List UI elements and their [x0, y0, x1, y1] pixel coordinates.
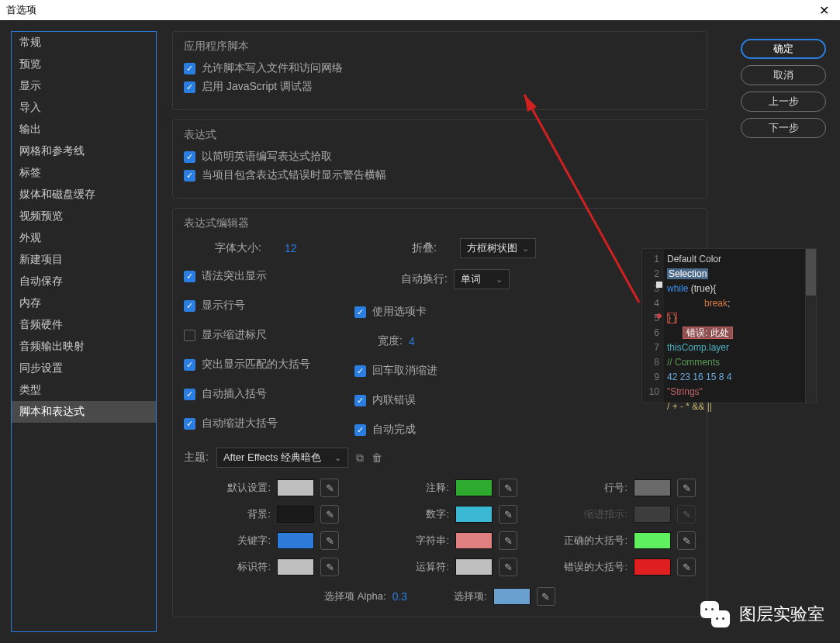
next-button[interactable]: 下一步	[741, 118, 826, 138]
label-allow-write: 允许脚本写入文件和访问网络	[202, 61, 343, 75]
checkbox-show-warning[interactable]	[184, 170, 195, 181]
fold-select[interactable]: 方框树状图	[460, 238, 536, 258]
swatch-string[interactable]	[455, 532, 493, 549]
chk-highlight-brace[interactable]	[184, 359, 195, 371]
swatch-number[interactable]	[455, 506, 493, 523]
eyedropper-icon[interactable]: ✎	[677, 558, 696, 576]
color-row-indent: 缩进指示:✎	[541, 505, 696, 524]
sidebar-item[interactable]: 外观	[12, 227, 156, 249]
swatch-correct_brace[interactable]	[634, 532, 671, 549]
chk-indent-ruler[interactable]	[184, 330, 195, 341]
chk-autocomplete[interactable]	[354, 424, 366, 436]
sidebar-item[interactable]: 预览	[12, 54, 156, 75]
theme-select[interactable]: After Effects 经典暗色	[216, 448, 348, 468]
sidebar-item[interactable]: 标签	[12, 162, 156, 184]
section-editor: 表达式编辑器 字体大小: 12 折叠: 方框树状图 语法突出显示 显示行号 显示…	[172, 208, 707, 617]
wrap-label: 自动换行:	[401, 272, 448, 286]
sidebar-item[interactable]: 内存	[12, 292, 156, 314]
color-label: 标识符:	[237, 560, 271, 574]
eyedropper-icon[interactable]: ✎	[677, 531, 696, 550]
color-row-string: 字符串:✎	[362, 531, 517, 550]
eyedropper-icon[interactable]: ✎	[499, 479, 517, 497]
titlebar: 首选项 ✕	[0, 0, 840, 20]
checkbox-allow-write[interactable]	[184, 63, 195, 74]
eyedropper-icon[interactable]: ✎	[320, 479, 339, 497]
sidebar-item[interactable]: 音频输出映射	[12, 336, 156, 358]
alpha-value[interactable]: 0.3	[392, 590, 407, 603]
watermark: 图层实验室	[700, 601, 824, 627]
checkbox-enable-debugger[interactable]	[184, 81, 195, 93]
section-expression: 表达式 以简明英语编写表达式拾取 当项目包含表达式错误时显示警告横幅	[172, 119, 707, 199]
eyedropper-icon[interactable]: ✎	[499, 505, 517, 524]
sidebar-item[interactable]: 同步设置	[12, 358, 156, 379]
eyedropper-icon: ✎	[677, 505, 696, 524]
sidebar-item[interactable]: 脚本和表达式	[12, 401, 156, 423]
eyedropper-icon[interactable]: ✎	[320, 531, 339, 550]
chk-use-tabs[interactable]	[354, 306, 366, 318]
sidebar-item[interactable]: 新建项目	[12, 249, 156, 271]
copy-icon[interactable]: ⧉	[356, 451, 364, 465]
chk-enter-unindent[interactable]	[354, 365, 366, 377]
swatch-identifier[interactable]	[277, 558, 314, 576]
line-gutter: 12345678910	[642, 249, 664, 403]
width-label: 宽度:	[378, 334, 403, 348]
wrap-select[interactable]: 单词	[454, 269, 510, 289]
font-size-label: 字体大小:	[184, 241, 261, 255]
section-title: 应用程序脚本	[184, 40, 696, 54]
chk-syntax[interactable]	[184, 271, 195, 282]
eyedropper-icon[interactable]: ✎	[499, 531, 517, 550]
label-enable-debugger: 启用 JavaScript 调试器	[202, 80, 313, 94]
width-value[interactable]: 4	[409, 335, 415, 347]
sidebar-item[interactable]: 输出	[12, 119, 156, 140]
swatch-lineno[interactable]	[634, 479, 671, 496]
color-label: 背景:	[247, 507, 271, 521]
window-title: 首选项	[6, 3, 36, 17]
chk-auto-insert[interactable]	[184, 389, 195, 400]
sidebar-item[interactable]: 导入	[12, 97, 156, 119]
trash-icon[interactable]: 🗑	[372, 451, 382, 464]
swatch-indent	[634, 506, 671, 523]
close-icon[interactable]: ✕	[814, 3, 834, 18]
sidebar-item[interactable]: 常规	[12, 32, 156, 54]
sidebar-item[interactable]: 媒体和磁盘缓存	[12, 184, 156, 206]
eyedropper-icon[interactable]: ✎	[499, 558, 517, 576]
sidebar-item[interactable]: 音频硬件	[12, 314, 156, 336]
swatch-default[interactable]	[277, 479, 314, 496]
color-label: 数字:	[426, 507, 449, 521]
code-body: ◆ Default Color Selection while (true){ …	[664, 249, 805, 403]
sidebar-item[interactable]: 自动保存	[12, 271, 156, 292]
swatch-operator[interactable]	[455, 558, 493, 576]
swatch-background[interactable]	[277, 506, 314, 523]
section-app-script: 应用程序脚本 允许脚本写入文件和访问网络 启用 JavaScript 调试器	[172, 31, 707, 110]
chk-inline-err[interactable]	[354, 395, 366, 406]
color-row-identifier: 标识符:✎	[184, 558, 339, 576]
content: 应用程序脚本 允许脚本写入文件和访问网络 启用 JavaScript 调试器 表…	[157, 20, 840, 643]
sidebar-item[interactable]: 类型	[12, 379, 156, 401]
chk-auto-indent[interactable]	[184, 418, 195, 430]
eyedropper-icon[interactable]: ✎	[320, 558, 339, 576]
swatch-selection[interactable]	[493, 588, 531, 605]
swatch-comment[interactable]	[455, 479, 493, 496]
checkbox-plain-english[interactable]	[184, 151, 195, 163]
color-row-default: 默认设置:✎	[184, 479, 339, 497]
color-row-number: 数字:✎	[362, 505, 517, 524]
cancel-button[interactable]: 取消	[741, 65, 826, 85]
prev-button[interactable]: 上一步	[741, 92, 826, 112]
ok-button[interactable]: 确定	[741, 39, 826, 59]
scrollbar[interactable]	[805, 249, 816, 403]
color-label: 默认设置:	[227, 481, 271, 495]
font-size-value[interactable]: 12	[285, 242, 297, 254]
color-label: 正确的大括号:	[564, 534, 627, 548]
sidebar-item[interactable]: 视频预览	[12, 206, 156, 227]
color-row-operator: 运算符:✎	[362, 558, 517, 576]
eyedropper-icon[interactable]: ✎	[320, 505, 339, 524]
eyedropper-icon[interactable]: ✎	[537, 587, 555, 606]
sidebar-item[interactable]: 显示	[12, 75, 156, 97]
swatch-keyword[interactable]	[277, 532, 314, 549]
color-label: 错误的大括号:	[564, 560, 627, 574]
swatch-error_brace[interactable]	[634, 558, 671, 576]
chk-lineno[interactable]	[184, 300, 195, 312]
sidebar-item[interactable]: 网格和参考线	[12, 140, 156, 162]
eyedropper-icon[interactable]: ✎	[677, 479, 696, 497]
fold-label: 折叠:	[412, 241, 437, 255]
